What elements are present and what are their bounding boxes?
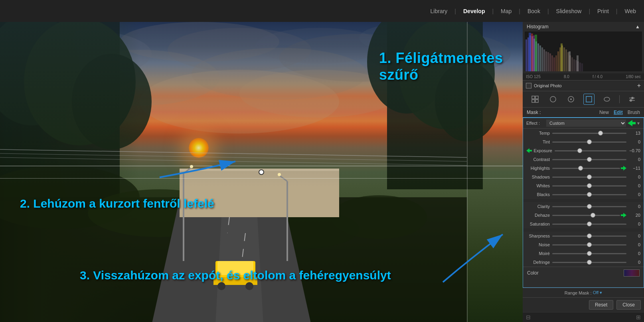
adj-label-moire: Moiré: [526, 251, 552, 256]
effect-collapse-icon[interactable]: ▼: [636, 121, 640, 126]
adj-slider-saturation[interactable]: [552, 221, 626, 227]
original-bar-left: Original Photo: [526, 83, 562, 88]
nav-slideshow[interactable]: Slideshow: [556, 8, 582, 14]
adj-thumb-exposure[interactable]: [577, 148, 582, 153]
tool-slider-icon[interactable]: [626, 94, 638, 105]
tool-target-icon[interactable]: [565, 94, 577, 105]
adj-slider-defringe[interactable]: [552, 259, 626, 265]
adj-value-temp: 13: [626, 131, 640, 135]
plus-icon[interactable]: +: [637, 82, 641, 89]
tool-circle-icon[interactable]: [547, 94, 559, 105]
adj-slider-exposure[interactable]: [555, 147, 626, 154]
adj-slider-noise[interactable]: [552, 242, 626, 248]
filter-center-point[interactable]: [259, 169, 264, 175]
panel-left-icon[interactable]: ⊟: [526, 314, 531, 320]
nav-web[interactable]: Web: [624, 8, 636, 14]
adj-slider-whites[interactable]: [552, 183, 626, 189]
adj-slider-dehaze[interactable]: [552, 212, 620, 218]
panel-right-icon[interactable]: ⊞: [636, 314, 641, 320]
nav-sep-5: |: [589, 8, 590, 14]
camera-info: ISO 125 8.0 f / 4.0 1/80 sec: [523, 73, 644, 80]
adj-thumb-temp[interactable]: [598, 131, 603, 135]
adj-thumb-sharpness[interactable]: [587, 234, 592, 238]
mask-btn-edit[interactable]: Edit: [614, 110, 623, 115]
nav-map[interactable]: Map: [501, 8, 512, 14]
svg-rect-49: [525, 39, 527, 71]
effect-dropdown[interactable]: Custom: [546, 120, 626, 127]
adj-label-tint: Tint: [526, 139, 552, 144]
histogram-expand-icon[interactable]: ▲: [635, 24, 640, 29]
adj-track-contrast: [552, 159, 626, 160]
adj-row-exposure: Exposure −0.70: [523, 146, 644, 155]
adj-thumb-blacks[interactable]: [587, 192, 592, 197]
adj-track-sharpness: [552, 236, 626, 237]
adj-slider-moire[interactable]: [552, 250, 626, 257]
color-swatch[interactable]: [624, 269, 640, 277]
adj-row-defringe: Defringe 0: [523, 258, 644, 267]
adj-row-moire: Moiré 0: [523, 249, 644, 258]
adj-slider-clarity[interactable]: [552, 203, 626, 210]
adj-label-highlights: Highlights: [526, 166, 552, 171]
adj-thumb-shadows[interactable]: [587, 175, 592, 179]
nav-book[interactable]: Book: [527, 8, 540, 14]
bottom-buttons: Reset Close: [523, 297, 644, 312]
adj-row-blacks: Blacks 0: [523, 190, 644, 199]
adj-slider-sharpness[interactable]: [552, 233, 626, 239]
adj-thumb-dehaze[interactable]: [591, 213, 595, 218]
adj-slider-temp[interactable]: [552, 130, 626, 136]
original-checkbox[interactable]: [526, 83, 531, 88]
svg-point-24: [331, 195, 427, 239]
mask-bar: Mask : New Edit Brush: [523, 108, 644, 117]
adj-thumb-highlights[interactable]: [578, 166, 583, 171]
close-button[interactable]: Close: [616, 300, 641, 310]
effect-green-arrow: [628, 120, 636, 126]
reset-button[interactable]: Reset: [589, 300, 613, 310]
histogram-svg: [525, 31, 642, 71]
svg-rect-63: [553, 57, 555, 71]
range-mask-value[interactable]: Off ▾: [592, 290, 603, 295]
mask-btn-new[interactable]: New: [599, 110, 609, 115]
svg-rect-68: [563, 47, 565, 71]
adj-thumb-clarity[interactable]: [587, 204, 592, 209]
adj-label-dehaze: Dehaze: [526, 213, 552, 218]
adj-value-saturation: 0: [626, 222, 640, 226]
annotation-3: 3. Visszahúzom az expót, és eltolom a fe…: [80, 269, 391, 282]
arrow-3-svg: [439, 226, 519, 286]
svg-rect-84: [577, 55, 579, 71]
tool-square-icon[interactable]: [583, 94, 595, 105]
svg-point-89: [550, 96, 556, 102]
mask-btn-brush[interactable]: Brush: [628, 110, 640, 115]
adj-value-highlights: −11: [626, 166, 640, 171]
adj-slider-highlights[interactable]: [552, 165, 620, 171]
nav-library[interactable]: Library: [431, 8, 448, 14]
adj-slider-shadows[interactable]: [552, 174, 626, 180]
filter-line-top: [0, 166, 523, 166]
adj-thumb-defringe[interactable]: [587, 260, 592, 265]
adj-thumb-tint[interactable]: [587, 139, 592, 144]
effect-row: Effect : Custom ▼: [523, 118, 644, 129]
adj-thumb-noise[interactable]: [587, 242, 592, 247]
tool-oval-icon[interactable]: [601, 94, 612, 105]
adj-value-exposure: −0.70: [626, 148, 640, 153]
nav-sep-2: |: [492, 8, 494, 14]
camera-focal: 8.0: [564, 75, 569, 79]
nav-print[interactable]: Print: [597, 8, 609, 14]
dehaze-green-arrow: [621, 213, 626, 218]
color-label: Color: [527, 270, 539, 276]
adj-thumb-contrast[interactable]: [587, 157, 592, 162]
adj-thumb-whites[interactable]: [587, 183, 592, 188]
svg-rect-80: [529, 33, 531, 71]
svg-marker-98: [628, 120, 636, 126]
camera-aperture: f / 4.0: [593, 75, 603, 79]
adj-thumb-saturation[interactable]: [587, 222, 592, 226]
svg-point-23: [239, 209, 359, 249]
adj-slider-tint[interactable]: [552, 139, 626, 145]
adj-slider-contrast[interactable]: [552, 156, 626, 163]
tool-grid-icon[interactable]: [529, 94, 541, 105]
adj-thumb-moire[interactable]: [587, 251, 592, 256]
adj-slider-blacks[interactable]: [552, 191, 626, 198]
square-svg: [585, 96, 593, 103]
svg-point-93: [604, 97, 610, 101]
nav-develop[interactable]: Develop: [463, 8, 485, 14]
adj-track-defringe: [552, 262, 626, 263]
